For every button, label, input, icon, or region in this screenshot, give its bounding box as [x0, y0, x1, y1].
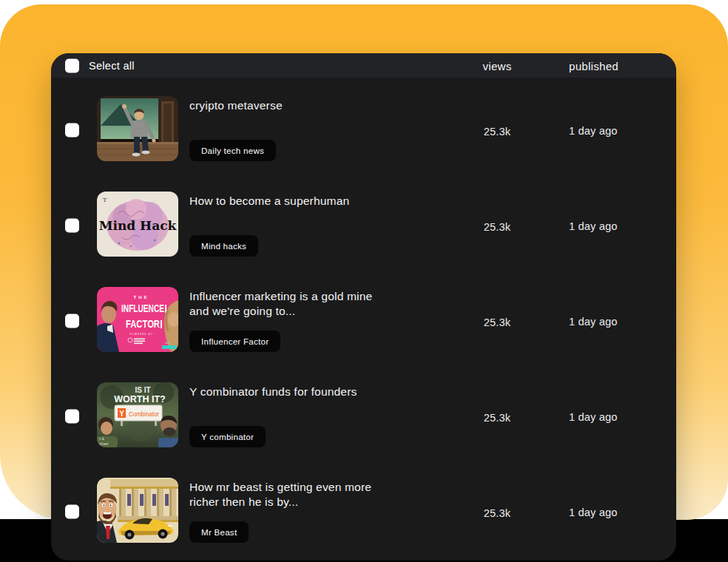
- video-tag-button[interactable]: Influencer Factor: [189, 331, 280, 352]
- row-checkbox[interactable]: [65, 123, 79, 138]
- table-row: IS IT WORTH IT? Y Combinator: [51, 382, 676, 447]
- views-value: 25.3k: [464, 126, 530, 138]
- svg-text:with: with: [165, 342, 169, 345]
- video-thumbnail[interactable]: T Mind Hack: [97, 192, 178, 257]
- table-row: T Mind Hack How to become a superhuman M…: [51, 192, 676, 257]
- videos-table-panel: Select all views published: [51, 53, 676, 561]
- metaverse-avatar-scene-image: [97, 96, 178, 161]
- views-value: 25.3k: [464, 316, 530, 328]
- thumbnail-top-text-line1: IS IT: [135, 386, 150, 394]
- video-tag-button[interactable]: Mind hacks: [189, 235, 258, 257]
- thumbnail-corner-letter: T: [103, 197, 107, 203]
- mr-beast-palace-car-image: [97, 478, 178, 543]
- thumbnail-powered-by-text: POWERED BY: [129, 333, 153, 336]
- video-tag-button[interactable]: Mr Beast: [189, 521, 249, 543]
- video-thumbnail[interactable]: IS IT WORTH IT? Y Combinator: [97, 382, 178, 447]
- video-tag-button[interactable]: Y combinator: [189, 426, 266, 447]
- table-row: cryipto metaverse Daily tech news 25.3k …: [51, 96, 676, 161]
- row-checkbox[interactable]: [65, 314, 79, 328]
- video-title: How to become a superhuman: [189, 194, 374, 209]
- y-combinator-sign-image: IS IT WORTH IT? Y Combinator: [97, 382, 178, 447]
- table-row: How mr beast is getting even more richer…: [51, 478, 676, 543]
- thumbnail-text-mind-hack: Mind Hack: [99, 218, 178, 233]
- published-column-header: published: [569, 59, 619, 72]
- row-checkbox[interactable]: [65, 505, 79, 519]
- views-value: 25.3k: [464, 221, 530, 233]
- thumbnail-top-text-line2: WORTH IT?: [114, 394, 165, 404]
- video-title: Influencer marketing is a gold mine and …: [189, 289, 374, 318]
- video-title: How mr beast is getting even more richer…: [189, 480, 374, 509]
- thumbnail-caption-line2: chael: [99, 441, 108, 446]
- row-checkbox[interactable]: [65, 219, 79, 233]
- mind-hack-brain-image: T Mind Hack: [97, 192, 178, 257]
- video-title: Y combinator funds for founders: [189, 385, 374, 399]
- published-value: 1 day ago: [569, 411, 618, 423]
- table-header: Select all views published: [51, 53, 676, 78]
- y-combinator-brand-text: Combinator: [129, 410, 159, 418]
- video-thumbnail[interactable]: [97, 96, 178, 161]
- published-value: 1 day ago: [569, 220, 618, 232]
- video-title: cryipto metaverse: [189, 98, 374, 113]
- page: Select all views published: [0, 0, 728, 562]
- published-value: 1 day ago: [569, 125, 618, 137]
- y-combinator-logo-letter: Y: [119, 410, 124, 418]
- video-rows: cryipto metaverse Daily tech news 25.3k …: [51, 78, 676, 543]
- video-thumbnail[interactable]: THE INFLUENCE FACTOR POWERED BY: [97, 287, 178, 352]
- select-all-checkbox[interactable]: [65, 58, 79, 72]
- views-column-header: views: [464, 59, 530, 72]
- views-value: 25.3k: [464, 507, 530, 519]
- thumbnail-title-line2: FACTOR: [126, 318, 160, 330]
- video-thumbnail[interactable]: [97, 478, 178, 543]
- influence-factor-cover-image: THE INFLUENCE FACTOR POWERED BY: [97, 287, 178, 352]
- row-checkbox[interactable]: [65, 410, 79, 424]
- thumbnail-title-line1: INFLUENCE: [121, 302, 164, 314]
- thumbnail-kicker-text: THE: [134, 295, 149, 299]
- table-row: THE INFLUENCE FACTOR POWERED BY: [51, 287, 676, 352]
- published-value: 1 day ago: [569, 316, 618, 328]
- select-all-label: Select all: [89, 60, 135, 72]
- thumbnail-caption-line1: n &: [99, 437, 104, 441]
- video-tag-button[interactable]: Daily tech news: [189, 140, 276, 161]
- published-value: 1 day ago: [569, 507, 618, 518]
- views-value: 25.3k: [464, 412, 530, 424]
